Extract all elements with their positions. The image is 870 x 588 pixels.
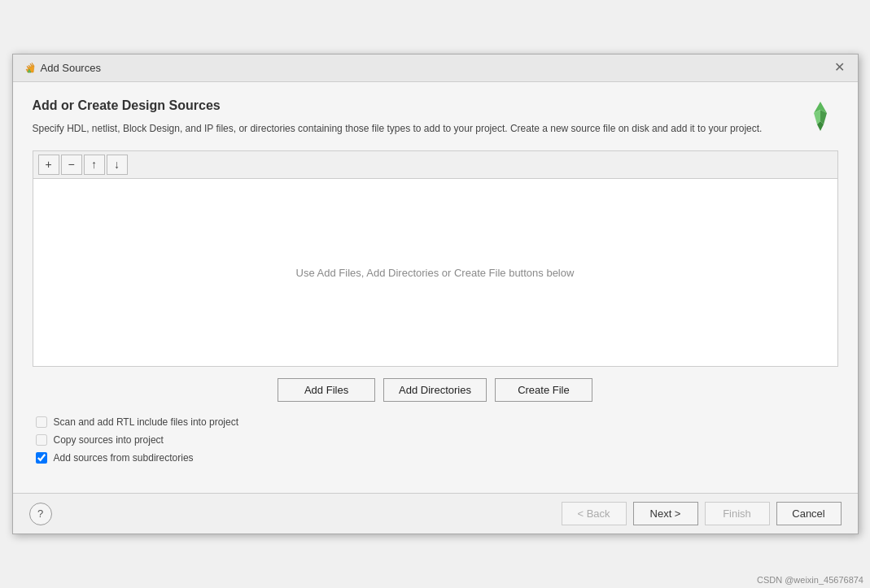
file-panel-toolbar: + − ↑ ↓: [33, 151, 837, 180]
window-title: Add Sources: [41, 62, 101, 74]
scan-rtl-label: Scan and add RTL include files into proj…: [54, 416, 238, 428]
add-subdirs-label: Add sources from subdirectories: [54, 452, 194, 464]
create-file-button[interactable]: Create File: [495, 378, 592, 402]
close-button[interactable]: ✕: [831, 59, 848, 76]
minus-icon: −: [68, 158, 74, 171]
move-up-button[interactable]: ↑: [84, 155, 105, 176]
cancel-button[interactable]: Cancel: [776, 502, 842, 525]
remove-item-button[interactable]: −: [61, 155, 82, 176]
title-bar: Add Sources ✕: [13, 54, 858, 82]
add-item-button[interactable]: +: [38, 155, 59, 176]
vivado-logo: [802, 98, 838, 134]
watermark: CSDN @weixin_45676874: [757, 575, 863, 585]
down-icon: ↓: [114, 158, 120, 171]
copy-sources-label: Copy sources into project: [54, 434, 164, 446]
move-down-button[interactable]: ↓: [107, 155, 128, 176]
add-subdirs-checkbox[interactable]: [36, 452, 47, 464]
up-icon: ↑: [91, 158, 97, 171]
plus-icon: +: [45, 158, 51, 171]
description: Specify HDL, netlist, Block Design, and …: [33, 121, 793, 136]
page-title: Add or Create Design Sources: [33, 98, 793, 113]
app-icon: [23, 61, 36, 74]
scan-rtl-row: Scan and add RTL include files into proj…: [36, 416, 838, 428]
copy-sources-checkbox[interactable]: [36, 434, 47, 446]
title-bar-left: Add Sources: [23, 61, 101, 74]
help-button[interactable]: ?: [29, 503, 52, 525]
header-text: Add or Create Design Sources Specify HDL…: [33, 98, 793, 150]
next-button[interactable]: Next >: [633, 502, 698, 525]
file-list-area: Use Add Files, Add Directories or Create…: [33, 179, 837, 366]
file-list-placeholder: Use Add Files, Add Directories or Create…: [296, 267, 575, 279]
finish-button[interactable]: Finish: [705, 502, 770, 525]
checkbox-group: Scan and add RTL include files into proj…: [33, 416, 838, 464]
add-sources-dialog: Add Sources ✕ Add or Create Design Sourc…: [12, 54, 859, 535]
footer-right: < Back Next > Finish Cancel: [562, 502, 842, 525]
add-files-button[interactable]: Add Files: [278, 378, 375, 402]
action-buttons: Add Files Add Directories Create File: [33, 378, 838, 402]
header-area: Add or Create Design Sources Specify HDL…: [33, 98, 838, 150]
dialog-body: Add or Create Design Sources Specify HDL…: [13, 82, 858, 494]
add-directories-button[interactable]: Add Directories: [383, 378, 487, 402]
back-button[interactable]: < Back: [562, 502, 627, 525]
copy-sources-row: Copy sources into project: [36, 434, 838, 446]
file-panel: + − ↑ ↓ Use Add Files, Add Directories o…: [33, 150, 838, 368]
dialog-footer: ? < Back Next > Finish Cancel: [13, 493, 858, 534]
footer-left: ?: [29, 503, 52, 525]
add-subdirs-row: Add sources from subdirectories: [36, 452, 838, 464]
scan-rtl-checkbox[interactable]: [36, 416, 47, 428]
